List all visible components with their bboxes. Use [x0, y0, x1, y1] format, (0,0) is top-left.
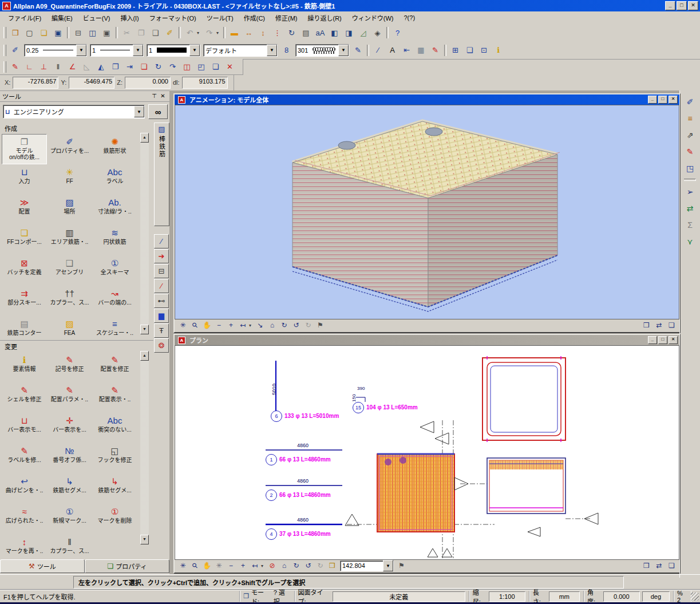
assistant-icon[interactable]: ℹ: [491, 44, 505, 57]
tab-properties[interactable]: ❏ プロパティ: [85, 559, 169, 573]
move-point-icon[interactable]: ∟: [22, 60, 37, 74]
tool-modify-placement-param[interactable]: ✎配置パラメ・..: [47, 382, 92, 413]
filter-pen-icon[interactable]: ✎: [682, 144, 698, 159]
tool-define-batch[interactable]: ⊠バッチを定義: [2, 255, 47, 286]
angle-field[interactable]: 0.000: [603, 591, 640, 602]
tool-circular-rebar[interactable]: ≋円状鉄筋: [92, 225, 137, 255]
chevron-down-icon[interactable]: ▼: [189, 45, 200, 56]
scroll-up-icon[interactable]: ▲: [140, 351, 149, 361]
eyedropper-icon[interactable]: ✐: [682, 94, 698, 109]
tool-modify-shell[interactable]: ✎シェルを修正: [2, 382, 47, 413]
dl-field[interactable]: 9103.175: [182, 77, 228, 89]
menu-repeat[interactable]: 繰り返し(R): [303, 12, 346, 23]
undo-icon[interactable]: ↶: [183, 26, 197, 40]
callout-1[interactable]: 1: [266, 454, 277, 465]
hatch-toggle-icon[interactable]: 8: [279, 44, 294, 57]
tool-modify-placement[interactable]: ✎配置を修正: [92, 352, 137, 382]
chevron-down-icon[interactable]: ▼: [383, 560, 393, 571]
undo-view-icon[interactable]: ↺: [302, 560, 314, 571]
redo-view-icon[interactable]: ↻: [314, 560, 326, 571]
archive-icon[interactable]: ▤: [299, 26, 313, 40]
new-document-icon[interactable]: ▢: [22, 26, 37, 40]
create-scrollbar[interactable]: ▲ ▼: [140, 133, 149, 334]
measure-vertical-icon[interactable]: ↕: [256, 26, 270, 40]
split-window-icon[interactable]: ⇄: [653, 319, 665, 331]
rotate-view-icon[interactable]: ↻: [290, 560, 302, 571]
tool-modify-label[interactable]: ✎ラベルを修...: [2, 443, 47, 473]
app-titlebar[interactable]: A Allplan A09_QuarantineForBugFix 2009 -…: [0, 0, 700, 11]
scale-icon[interactable]: ❏: [208, 60, 223, 74]
polyline-icon[interactable]: ⇗: [682, 127, 698, 143]
select-arrow-icon[interactable]: ➢: [682, 184, 698, 199]
tool-rebar-shape[interactable]: ✺鉄筋形状: [92, 134, 137, 164]
line-icon[interactable]: ∕: [371, 44, 385, 57]
tool-element-info[interactable]: ℹ要素情報: [2, 352, 47, 382]
scroll-track[interactable]: [140, 143, 149, 325]
stop-icon[interactable]: ⊘: [266, 560, 278, 571]
layer-combo[interactable]: デフォルト ▼: [203, 44, 278, 57]
assign-icon[interactable]: ⊞: [448, 44, 462, 57]
z-field[interactable]: 0.000: [125, 77, 171, 89]
toolbar-grip[interactable]: [3, 61, 6, 73]
menu-create[interactable]: 作成(C): [239, 12, 270, 23]
hatch-combo[interactable]: 301 ▼: [295, 44, 349, 57]
tool-expanded[interactable]: ≈広げられた・..: [2, 504, 47, 534]
cube-3d-icon[interactable]: ◈: [370, 26, 385, 40]
list-print-icon[interactable]: ⊟: [154, 264, 169, 278]
toolbar-grip[interactable]: [3, 27, 6, 38]
callout-15[interactable]: 15: [353, 402, 364, 413]
drawing-type-field[interactable]: 未定義: [333, 591, 465, 602]
tool-modify-hook[interactable]: ◱フックを修正: [92, 443, 137, 473]
tool-delete-mark[interactable]: ①マークを削除: [92, 504, 137, 534]
tool-placement[interactable]: ≫配置: [2, 195, 47, 225]
callout-2[interactable]: 2: [266, 489, 277, 501]
iso-view-icon[interactable]: ⌂: [278, 560, 290, 571]
minimize-button[interactable]: _: [648, 96, 657, 104]
modify-scrollbar[interactable]: ▲ ▼: [140, 351, 149, 544]
tool-input[interactable]: ⊔入力: [2, 164, 47, 195]
open-file-icon[interactable]: ❏: [37, 26, 51, 40]
tab-tools[interactable]: ⚒ ツール: [0, 559, 85, 573]
chevron-down-icon[interactable]: ▼: [76, 45, 86, 56]
ced-icon[interactable]: ▆: [154, 309, 169, 323]
cut-icon[interactable]: ✂: [120, 26, 134, 40]
zoom-in-icon[interactable]: +: [225, 319, 237, 331]
pen-pick-icon[interactable]: ✐: [8, 44, 22, 57]
window-copy-icon[interactable]: ❒: [640, 319, 652, 331]
restore-button[interactable]: □: [658, 96, 667, 104]
redo-view-icon[interactable]: ↻: [302, 319, 314, 331]
chevron-down-icon[interactable]: ▼: [134, 106, 144, 117]
plug-icon[interactable]: ⊷: [154, 294, 169, 308]
line-type-combo[interactable]: 1 ▼: [90, 44, 144, 57]
maximize-button[interactable]: □: [677, 1, 687, 10]
animation-titlebar[interactable]: A アニメーション: モデル全体 _ □ ✕: [175, 94, 679, 105]
layers-icon[interactable]: ≡: [682, 110, 698, 126]
pin-icon[interactable]: ⊤: [150, 92, 159, 100]
close-button[interactable]: ✕: [669, 336, 678, 344]
window-layout-icon[interactable]: ▣: [100, 26, 114, 40]
undo-view-icon[interactable]: ↺: [290, 319, 302, 331]
pillar-icon[interactable]: Ŧ: [154, 323, 169, 338]
rotate-view-icon[interactable]: ↻: [278, 319, 290, 331]
tool-all-schema[interactable]: ①全スキーマ: [92, 255, 137, 286]
help-icon[interactable]: ?: [390, 26, 405, 40]
previous-view-icon[interactable]: ↤: [237, 319, 249, 331]
hatch-pen-icon[interactable]: ✎: [351, 44, 365, 57]
brush-icon[interactable]: ✐: [163, 26, 177, 40]
menu-view[interactable]: ビュー(V): [78, 12, 115, 23]
chevron-down-icon[interactable]: ▾: [249, 323, 254, 328]
page-icon[interactable]: ❏: [666, 319, 678, 331]
tool-number-offset[interactable]: №番号オフ係...: [47, 443, 92, 473]
zero-point-icon[interactable]: ⊡: [477, 44, 491, 57]
zoom-section-icon[interactable]: ✳: [213, 560, 225, 571]
tool-new-mark[interactable]: ①新規マーク...: [47, 504, 92, 534]
sum-icon[interactable]: Σ: [682, 217, 698, 232]
delete-icon[interactable]: ✕: [223, 60, 237, 74]
line-color-combo[interactable]: 1 ▼: [147, 44, 200, 57]
chevron-down-icon[interactable]: ▼: [133, 45, 143, 56]
tool-partial-schema[interactable]: ⇉部分スキー...: [2, 286, 47, 316]
restore-button[interactable]: □: [658, 336, 667, 344]
tool-area-rebar[interactable]: ▥エリア鉄筋・..: [47, 225, 92, 255]
scroll-down-icon[interactable]: ▼: [140, 325, 149, 334]
red-pen-icon[interactable]: ✎: [428, 44, 442, 57]
